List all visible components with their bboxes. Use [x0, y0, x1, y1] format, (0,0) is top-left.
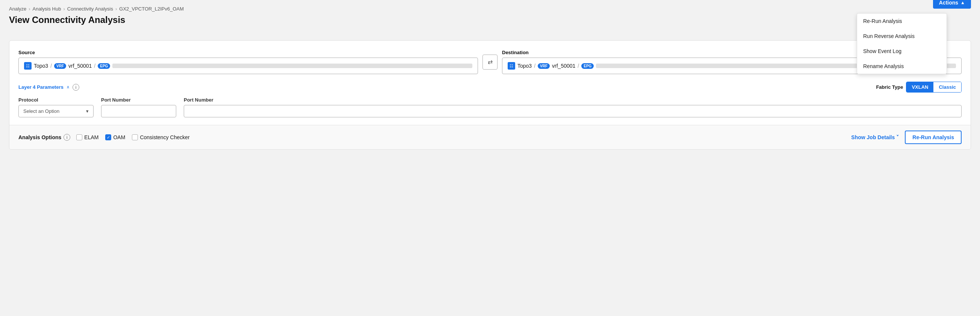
show-job-details-button[interactable]: Show Job Details ˅: [851, 134, 899, 140]
protocol-placeholder: Select an Option: [23, 109, 59, 114]
dst-port-input[interactable]: [184, 105, 962, 117]
fabric-type-label: Fabric Type: [876, 84, 903, 90]
swap-button[interactable]: ⇄: [482, 54, 498, 70]
breadcrumb-connectivity[interactable]: Connectivity Analysis: [67, 6, 113, 12]
layer4-chevron-icon: ∧: [67, 85, 70, 89]
source-epg-badge: EPG: [98, 63, 110, 69]
sep-1: ›: [29, 6, 30, 12]
dropdown-event-log[interactable]: Show Event Log: [857, 44, 947, 59]
dest-vrf-value: vrf_50001: [552, 63, 575, 69]
breadcrumb-analyze[interactable]: Analyze: [9, 6, 26, 12]
analysis-options-info-icon[interactable]: i: [64, 134, 70, 141]
fabric-type-row: Fabric Type VXLAN Classic: [876, 81, 962, 93]
consistency-checker-checkbox[interactable]: [132, 134, 138, 140]
footer-bar: Analysis Options i ELAM ✓ OAM Consistenc…: [10, 125, 970, 149]
actions-chevron: ▲: [961, 0, 965, 5]
dest-topo-icon: ☷: [508, 62, 515, 70]
layer4-info-icon[interactable]: i: [73, 84, 79, 91]
protocol-label: Protocol: [18, 97, 94, 103]
actions-dropdown: Re-Run Analysis Run Reverse Analysis Sho…: [857, 13, 947, 74]
swap-icon: ⇄: [488, 58, 493, 65]
source-vrf-value: vrf_50001: [68, 63, 92, 69]
layer4-row: Layer 4 Parameters ∧ i: [18, 84, 79, 91]
source-epg-value: [112, 64, 473, 68]
dst-port-label: Port Number: [184, 97, 962, 103]
show-job-label: Show Job Details: [851, 134, 895, 140]
dst-port-group: Port Number: [184, 97, 962, 117]
oam-checkbox[interactable]: ✓: [105, 134, 111, 140]
source-label: Source: [18, 49, 478, 55]
protocol-chevron-icon: ▾: [86, 109, 89, 114]
layer4-label[interactable]: Layer 4 Parameters: [18, 84, 64, 90]
oam-label: OAM: [113, 134, 125, 140]
oam-checkbox-wrap[interactable]: ✓ OAM: [105, 134, 125, 140]
params-row: Protocol Select an Option ▾ Port Number …: [18, 97, 962, 117]
dropdown-reverse[interactable]: Run Reverse Analysis: [857, 29, 947, 44]
fabric-toggle: VXLAN Classic: [906, 81, 962, 93]
source-topo-icon: ☷: [24, 62, 32, 70]
source-topo: Topo3: [34, 63, 48, 69]
src-port-input[interactable]: [101, 105, 176, 117]
elam-checkbox-wrap[interactable]: ELAM: [76, 134, 99, 140]
page-wrapper: Analyze › Analysis Hub › Connectivity An…: [0, 0, 980, 156]
fabric-classic-btn[interactable]: Classic: [934, 82, 961, 92]
dropdown-rename[interactable]: Rename Analysis: [857, 59, 947, 74]
source-vrf-badge: VRF: [54, 63, 66, 69]
dest-topo: Topo3: [517, 63, 532, 69]
dest-sep2: /: [578, 63, 579, 69]
elam-checkbox[interactable]: [76, 134, 82, 140]
main-card: Source ☷ Topo3 / VRF vrf_50001 / EPG ⇄ D…: [9, 40, 971, 150]
footer-left: Analysis Options i ELAM ✓ OAM Consistenc…: [18, 134, 190, 141]
protocol-group: Protocol Select an Option ▾: [18, 97, 94, 117]
dest-epg-badge: EPG: [581, 63, 594, 69]
dest-sep1: /: [534, 63, 536, 69]
source-sep1: /: [50, 63, 52, 69]
actions-label: Actions: [939, 0, 958, 6]
footer-right: Show Job Details ˅ Re-Run Analysis: [851, 131, 962, 144]
source-sep2: /: [94, 63, 95, 69]
sep-2: ›: [63, 6, 65, 12]
consistency-checker-checkbox-wrap[interactable]: Consistency Checker: [132, 134, 189, 140]
dropdown-rerun[interactable]: Re-Run Analysis: [857, 14, 947, 29]
show-job-chevron-icon: ˅: [896, 134, 899, 140]
analysis-options-text: Analysis Options: [18, 134, 61, 140]
src-port-group: Port Number: [101, 97, 176, 117]
breadcrumb-hub[interactable]: Analysis Hub: [33, 6, 61, 12]
rerun-analysis-button[interactable]: Re-Run Analysis: [905, 131, 962, 144]
elam-label: ELAM: [84, 134, 99, 140]
sep-3: ›: [115, 6, 117, 12]
header-area: View Connectivity Analysis Re-Run Analys…: [9, 15, 971, 33]
source-dest-row: Source ☷ Topo3 / VRF vrf_50001 / EPG ⇄ D…: [18, 49, 962, 74]
source-group: Source ☷ Topo3 / VRF vrf_50001 / EPG: [18, 49, 478, 74]
fabric-vxlan-btn[interactable]: VXLAN: [906, 82, 934, 92]
src-port-label: Port Number: [101, 97, 176, 103]
source-input[interactable]: ☷ Topo3 / VRF vrf_50001 / EPG: [18, 57, 478, 74]
dest-vrf-badge: VRF: [538, 63, 550, 69]
breadcrumb: Analyze › Analysis Hub › Connectivity An…: [9, 6, 971, 12]
checkbox-group: ELAM ✓ OAM Consistency Checker: [76, 134, 189, 140]
analysis-options-label: Analysis Options i: [18, 134, 70, 141]
actions-button[interactable]: Actions ▲: [933, 0, 971, 9]
breadcrumb-analysis-name: GX2_VPCTOR_L2IPv6_OAM: [119, 6, 184, 12]
consistency-checker-label: Consistency Checker: [140, 134, 189, 140]
protocol-select[interactable]: Select an Option ▾: [18, 105, 94, 117]
page-title: View Connectivity Analysis: [9, 15, 125, 25]
